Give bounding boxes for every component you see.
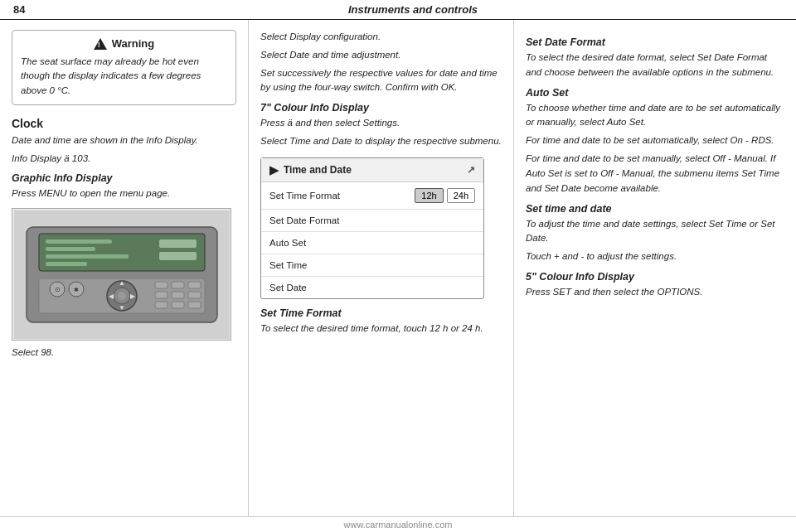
warning-title: Warning [21, 37, 227, 50]
date-format-label: Set Date Format [269, 215, 339, 225]
page-header: 84 Instruments and controls [0, 0, 796, 20]
page-title: Instruments and controls [43, 3, 783, 16]
svg-rect-3 [46, 239, 112, 244]
auto-set-text3: For time and date to be set manually, se… [526, 152, 784, 196]
footer-url: www.carmanualonline.com [344, 520, 453, 530]
auto-set-text2: For time and date to be set automaticall… [526, 133, 784, 148]
dialog-row-date-format[interactable]: Set Date Format [261, 210, 483, 232]
svg-rect-7 [159, 239, 197, 248]
svg-rect-21 [155, 282, 167, 288]
colour-display-heading: 7" Colour Info Display [260, 102, 502, 114]
svg-rect-28 [172, 302, 184, 308]
dialog-header-left: ▶ Time and Date [269, 163, 352, 177]
format-12h-button[interactable]: 12h [415, 188, 443, 203]
set-time-date-text2: Touch + and - to adjust the settings. [526, 249, 784, 264]
time-format-options: 12h 24h [415, 188, 475, 203]
dialog-row-set-time[interactable]: Set Time [261, 254, 483, 277]
svg-text:✱: ✱ [74, 287, 79, 293]
dialog-row-time-format[interactable]: Set Time Format 12h 24h [261, 182, 483, 210]
dialog-row-set-date[interactable]: Set Date [261, 277, 483, 298]
time-date-dialog: ▶ Time and Date ↗ Set Time Format 12h 24… [260, 157, 484, 299]
clock-text1: Date and time are shown in the Info Disp… [12, 133, 236, 148]
graphic-info-text: Press MENU to open the menu page. [12, 186, 236, 201]
mid-text2: Select Date and time adjustment. [260, 48, 502, 63]
time-format-label: Set Time Format [269, 191, 340, 201]
mid-text5: Select Time and Date to display the resp… [260, 134, 502, 149]
svg-rect-5 [46, 254, 129, 259]
svg-rect-29 [188, 302, 201, 308]
warning-box: Warning The seat surface may already be … [12, 30, 236, 105]
left-column: Warning The seat surface may already be … [0, 20, 249, 525]
svg-text:◀: ◀ [109, 293, 114, 300]
select-label: Select 98. [12, 347, 236, 357]
svg-rect-25 [172, 292, 184, 298]
right-column: Set Date Format To select the desired da… [514, 20, 796, 525]
page-number: 84 [13, 3, 43, 16]
auto-set-label: Auto Set [269, 238, 306, 248]
warning-body: The seat surface may already be hot even… [21, 55, 227, 98]
colour-display-5-text: Press SET and then select the OPTIONS. [526, 285, 784, 300]
mid-text4: Press ä and then select Settings. [260, 116, 502, 131]
footer-bar: www.carmanualonline.com [0, 516, 796, 532]
mid-text1: Select Display configuration. [260, 30, 502, 45]
svg-text:⊙: ⊙ [54, 286, 60, 293]
svg-text:▲: ▲ [119, 279, 125, 287]
svg-rect-4 [46, 247, 95, 251]
dialog-header: ▶ Time and Date ↗ [261, 158, 483, 182]
console-illustration: ⊙ ✱ ▲ ▼ ◀ ▶ [14, 210, 230, 339]
svg-rect-24 [155, 292, 167, 298]
dialog-row-auto-set[interactable]: Auto Set [261, 232, 483, 254]
warning-triangle-icon [94, 38, 107, 50]
dialog-play-icon: ▶ [269, 163, 279, 177]
set-date-label: Set Date [269, 283, 307, 293]
set-time-format-heading: Set Time Format [260, 307, 502, 319]
set-time-format-text: To select the desired time format, touch… [260, 322, 502, 336]
format-24h-button[interactable]: 24h [447, 188, 475, 203]
colour-display-5-heading: 5" Colour Info Display [526, 271, 784, 283]
svg-rect-26 [188, 292, 201, 298]
mid-text3: Set successively the respective values f… [260, 66, 502, 96]
warning-label: Warning [112, 37, 155, 50]
svg-rect-23 [188, 282, 201, 288]
set-time-date-heading: Set time and date [526, 203, 784, 215]
dialog-title: Time and Date [284, 164, 352, 176]
dialog-close-icon[interactable]: ↗ [467, 164, 475, 176]
svg-text:▶: ▶ [130, 293, 136, 300]
svg-text:▼: ▼ [119, 304, 125, 312]
clock-heading: Clock [12, 117, 236, 130]
set-time-label: Set Time [269, 260, 307, 270]
content-area: Warning The seat surface may already be … [0, 20, 796, 525]
graphic-info-heading: Graphic Info Display [12, 172, 236, 184]
svg-rect-6 [46, 262, 87, 266]
svg-rect-27 [155, 302, 167, 308]
clock-text2: Info Display ä 103. [12, 152, 236, 167]
middle-column: Select Display configuration. Select Dat… [249, 20, 514, 525]
device-image: ⊙ ✱ ▲ ▼ ◀ ▶ [12, 208, 231, 341]
set-time-date-text: To adjust the time and date settings, se… [526, 217, 784, 247]
svg-rect-22 [172, 282, 184, 288]
set-date-format-text: To select the desired date format, selec… [526, 51, 784, 80]
svg-rect-8 [159, 252, 197, 260]
auto-set-heading: Auto Set [526, 87, 784, 99]
auto-set-text1: To choose whether time and date are to b… [526, 101, 784, 131]
set-date-format-heading: Set Date Format [526, 36, 784, 48]
svg-point-16 [118, 292, 126, 300]
